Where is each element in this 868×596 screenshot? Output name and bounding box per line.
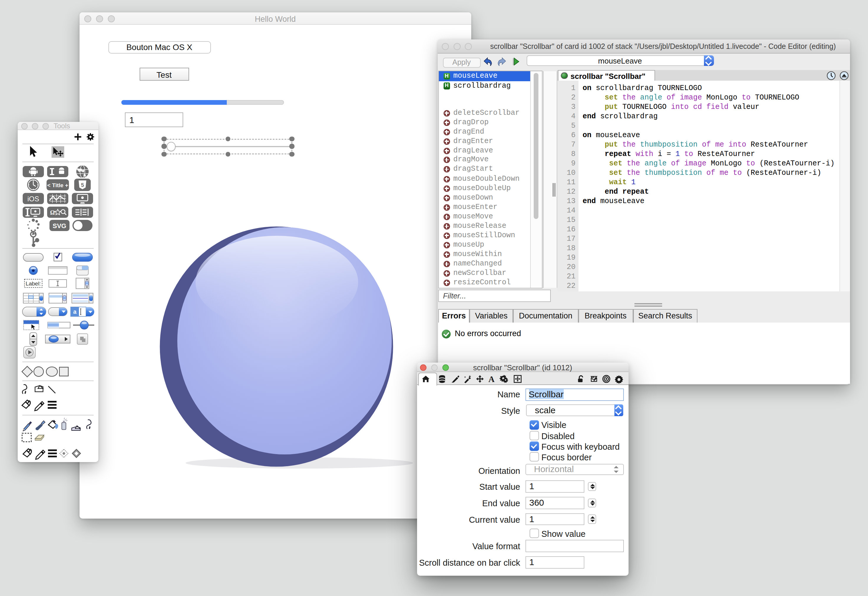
svg-text:SVG: SVG (53, 222, 66, 229)
svg-text:iOS: iOS (27, 195, 39, 202)
svg-text:A: A (488, 374, 494, 384)
svg-text:Ω: Ω (50, 209, 55, 215)
svg-text:5: 5 (81, 182, 84, 188)
svg-text:a: a (73, 308, 77, 315)
svg-text:< Title +: < Title + (47, 182, 68, 188)
svg-text:Label:: Label: (26, 280, 41, 286)
